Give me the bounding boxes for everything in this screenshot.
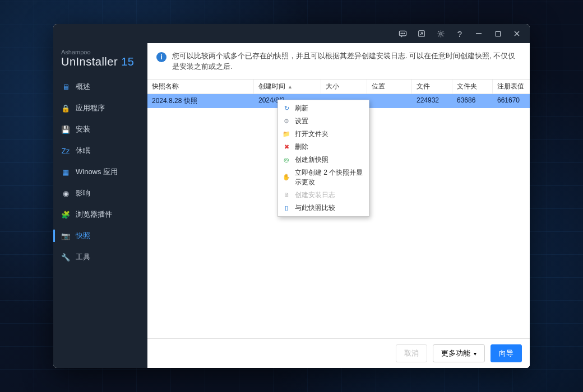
- nav-icon: 🧩: [61, 211, 70, 219]
- table-cell: 63686: [452, 94, 493, 108]
- cancel-button[interactable]: 取消: [396, 344, 427, 362]
- menu-item-label: 设置: [295, 116, 308, 126]
- table-cell: [367, 94, 412, 108]
- app-window: ? Ashampoo UnInstaller 15 🖥概述🔒应用程序💾安装Zz休…: [53, 24, 530, 368]
- nav-icon: ◉: [61, 189, 70, 198]
- nav-icon: ▦: [61, 168, 70, 176]
- column-header[interactable]: 位置: [367, 80, 412, 94]
- menu-item-label: 与此快照比较: [295, 203, 335, 213]
- sidebar-item-label: Winows 应用: [76, 167, 118, 177]
- chevron-down-icon: ▾: [474, 351, 476, 357]
- brand: Ashampoo UnInstaller 15: [53, 46, 147, 76]
- snapshot-table: 快照名称创建时间▲大小位置文件文件夹注册表值 2024.8.28 快照2024/…: [147, 79, 530, 339]
- svg-point-1: [401, 33, 401, 34]
- menu-item-icon: ▯: [283, 204, 290, 212]
- titlebar: ?: [53, 24, 530, 43]
- sidebar-item-6[interactable]: 🧩浏览器插件: [53, 204, 147, 225]
- footer: 取消 更多功能▾ 向导: [147, 338, 530, 368]
- sidebar-item-7[interactable]: 📷快照: [53, 225, 147, 246]
- menu-item-label: 创建新快照: [295, 155, 328, 165]
- svg-rect-7: [496, 31, 500, 36]
- sidebar: Ashampoo UnInstaller 15 🖥概述🔒应用程序💾安装Zz休眠▦…: [53, 43, 147, 368]
- sidebar-item-8[interactable]: 🔧工具: [53, 246, 147, 268]
- context-menu-item: 🗎创建安装日志: [278, 189, 369, 202]
- sidebar-item-2[interactable]: 💾安装: [53, 119, 147, 140]
- sidebar-item-0[interactable]: 🖥概述: [53, 76, 147, 97]
- column-header[interactable]: 大小: [321, 80, 367, 94]
- column-header[interactable]: 注册表值: [493, 80, 530, 94]
- column-header[interactable]: 快照名称: [147, 80, 254, 94]
- sidebar-item-label: 休眠: [76, 146, 90, 156]
- sidebar-item-3[interactable]: Zz休眠: [53, 140, 147, 161]
- nav: 🖥概述🔒应用程序💾安装Zz休眠▦Winows 应用◉影响🧩浏览器插件📷快照🔧工具: [53, 76, 147, 268]
- menu-item-label: 刷新: [295, 104, 308, 113]
- menu-item-label: 创建安装日志: [295, 190, 335, 200]
- menu-item-label: 立即创建 2 个快照并显示更改: [295, 168, 363, 187]
- menu-item-label: 打开文件夹: [295, 129, 328, 139]
- sidebar-item-1[interactable]: 🔒应用程序: [53, 97, 147, 119]
- column-header[interactable]: 创建时间▲: [254, 80, 321, 94]
- info-bar: i 您可以比较两个或多个已存在的快照，并且可以根据其差异创建安装日志. 可以在任…: [147, 43, 530, 79]
- svg-point-3: [404, 33, 404, 34]
- help-icon[interactable]: ?: [451, 26, 468, 41]
- nav-icon: 🔒: [61, 104, 70, 113]
- info-icon: i: [156, 52, 166, 62]
- sidebar-item-label: 浏览器插件: [76, 209, 112, 220]
- table-cell: 2024.8.28 快照: [147, 94, 254, 108]
- column-header[interactable]: 文件夹: [452, 80, 493, 94]
- sidebar-item-label: 影响: [76, 188, 90, 198]
- context-menu: ↻刷新⚙设置📁打开文件夹✖删除◎创建新快照✋立即创建 2 个快照并显示更改🗎创建…: [277, 100, 369, 217]
- table-cell: 661670: [493, 94, 530, 108]
- brand-company: Ashampoo: [61, 49, 140, 55]
- table-cell: 224932: [412, 94, 452, 108]
- sort-indicator-icon: ▲: [288, 84, 293, 90]
- main-panel: i 您可以比较两个或多个已存在的快照，并且可以根据其差异创建安装日志. 可以在任…: [147, 43, 530, 368]
- sidebar-item-5[interactable]: ◉影响: [53, 183, 147, 204]
- nav-icon: 💾: [61, 125, 70, 134]
- nav-icon: 🖥: [61, 83, 70, 91]
- nav-icon: Zz: [61, 147, 70, 155]
- svg-point-2: [402, 33, 402, 34]
- context-menu-item[interactable]: ◎创建新快照: [278, 153, 369, 166]
- sidebar-item-label: 应用程序: [76, 103, 105, 113]
- menu-item-icon: 🗎: [283, 192, 290, 198]
- sidebar-item-4[interactable]: ▦Winows 应用: [53, 161, 147, 183]
- context-menu-item[interactable]: ▯与此快照比较: [278, 202, 369, 214]
- context-menu-item[interactable]: ⚙设置: [278, 115, 369, 128]
- menu-item-icon: ◎: [283, 156, 290, 164]
- minimize-button[interactable]: [470, 26, 487, 41]
- nav-icon: 🔧: [61, 253, 70, 262]
- table-header: 快照名称创建时间▲大小位置文件文件夹注册表值: [147, 80, 530, 94]
- menu-item-icon: ✋: [283, 174, 290, 181]
- sidebar-item-label: 工具: [76, 252, 90, 262]
- column-header[interactable]: 文件: [412, 80, 452, 94]
- svg-point-5: [439, 32, 442, 35]
- menu-item-label: 删除: [295, 142, 308, 152]
- sidebar-item-label: 安装: [76, 124, 90, 134]
- settings-icon[interactable]: [432, 26, 449, 41]
- brand-product: UnInstaller 15: [61, 55, 140, 68]
- sidebar-item-label: 快照: [76, 231, 90, 241]
- menu-item-icon: ✖: [283, 143, 290, 151]
- close-button[interactable]: [508, 26, 525, 41]
- sidebar-item-label: 概述: [76, 82, 90, 92]
- menu-item-icon: 📁: [283, 130, 290, 138]
- info-text: 您可以比较两个或多个已存在的快照，并且可以根据其差异创建安装日志. 可以在任意时…: [172, 51, 521, 72]
- context-menu-item[interactable]: ↻刷新: [278, 102, 369, 115]
- feedback-icon[interactable]: [394, 26, 411, 41]
- context-menu-item[interactable]: ✖删除: [278, 141, 369, 153]
- context-menu-item[interactable]: ✋立即创建 2 个快照并显示更改: [278, 166, 369, 189]
- more-functions-button[interactable]: 更多功能▾: [433, 344, 485, 362]
- wizard-button[interactable]: 向导: [491, 344, 522, 362]
- maximize-button[interactable]: [489, 26, 506, 41]
- table-body[interactable]: 2024.8.28 快照2024/8/222493263686661670 ↻刷…: [147, 94, 530, 339]
- menu-item-icon: ↻: [283, 105, 290, 112]
- share-icon[interactable]: [413, 26, 430, 41]
- menu-item-icon: ⚙: [283, 118, 290, 125]
- context-menu-item[interactable]: 📁打开文件夹: [278, 128, 369, 141]
- nav-icon: 📷: [61, 232, 70, 240]
